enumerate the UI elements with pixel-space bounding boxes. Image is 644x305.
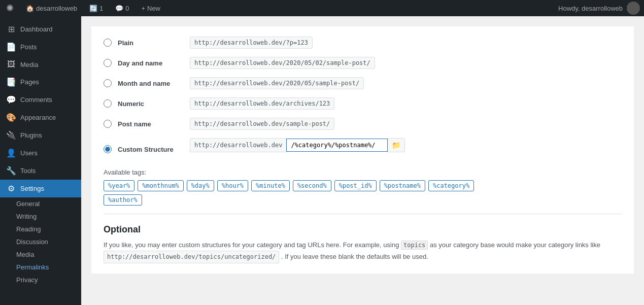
url-plain: http://desarrolloweb.dev/?p=123 [190, 37, 313, 49]
permalink-option-day-name: Day and name http://desarrolloweb.dev/20… [104, 57, 622, 69]
home-icon: 🏠 [26, 5, 34, 12]
topics-code: topics [401, 241, 428, 250]
custom-structure-btn[interactable]: 📁 [388, 138, 405, 152]
radio-custom[interactable] [104, 145, 112, 153]
custom-structure-input-row: http://desarrolloweb.dev 📁 [190, 138, 405, 152]
label-month-name[interactable]: Month and name [118, 80, 184, 87]
sidebar-label-posts: Posts [20, 43, 37, 51]
submenu-item-permalinks[interactable]: Permalinks [0, 261, 81, 274]
custom-structure-input[interactable] [286, 139, 388, 152]
sidebar-label-users: Users [20, 149, 38, 157]
plus-icon: + [141, 5, 145, 12]
custom-url-prefix: http://desarrolloweb.dev [190, 138, 286, 152]
wp-logo[interactable]: ✺ [4, 3, 16, 14]
optional-section: Optional If you like, you may enter cust… [104, 224, 622, 263]
submenu-item-reading[interactable]: Reading [0, 223, 81, 235]
tag-category[interactable]: %category% [428, 180, 474, 191]
permalink-option-plain: Plain http://desarrolloweb.dev/?p=123 [104, 37, 622, 49]
sidebar-item-settings[interactable]: ⚙ Settings [0, 180, 81, 197]
label-custom[interactable]: Custom Structure [118, 146, 184, 153]
dashboard-icon: ⊞ [6, 24, 16, 34]
posts-icon: 📄 [6, 42, 16, 52]
user-avatar[interactable] [627, 2, 640, 15]
label-post-name[interactable]: Post name [118, 120, 184, 128]
sidebar-label-settings: Settings [20, 185, 44, 192]
divider [104, 214, 622, 214]
sidebar-label-tools: Tools [20, 167, 36, 175]
label-numeric[interactable]: Numeric [118, 100, 184, 108]
optional-desc-part1: If you like, you may enter custom struct… [104, 241, 399, 249]
submenu-item-discussion[interactable]: Discussion [0, 235, 81, 248]
sidebar-label-comments: Comments [20, 96, 52, 104]
sidebar-item-posts[interactable]: 📄 Posts [0, 38, 81, 56]
tools-icon: 🔧 [6, 166, 16, 176]
admin-sidebar: ⊞ Dashboard 📄 Posts 🖼 Media 📑 Pages 💬 Co… [0, 16, 81, 305]
sidebar-item-tools[interactable]: 🔧 Tools [0, 162, 81, 180]
permalink-option-custom: Custom Structure http://desarrolloweb.de… [104, 138, 622, 160]
tag-monthnum[interactable]: %monthnum% [138, 180, 183, 191]
tag-post-id[interactable]: %post_id% [334, 180, 377, 191]
optional-title: Optional [104, 224, 622, 235]
sidebar-item-appearance[interactable]: 🎨 Appearance [0, 109, 81, 126]
sidebar-label-media: Media [20, 61, 38, 69]
sidebar-item-pages[interactable]: 📑 Pages [0, 73, 81, 91]
sidebar-item-users[interactable]: 👤 Users [0, 144, 81, 162]
updates-link[interactable]: 🔄 1 [87, 5, 105, 12]
updates-icon: 🔄 [89, 5, 97, 12]
url-post-name: http://desarrolloweb.dev/sample-post/ [190, 118, 334, 130]
permalink-option-month-name: Month and name http://desarrolloweb.dev/… [104, 77, 622, 89]
label-plain[interactable]: Plain [118, 39, 184, 47]
media-icon: 🖼 [6, 60, 16, 69]
example-url: http://desarrolloweb.dev/topics/uncatego… [104, 251, 279, 263]
tag-day[interactable]: %day% [187, 180, 214, 191]
sidebar-item-plugins[interactable]: 🔌 Plugins [0, 126, 81, 144]
optional-desc-part3: . If you leave these blank the defaults … [281, 253, 428, 260]
optional-desc-part2: as your category base would make your ca… [430, 241, 600, 249]
main-content: Plain http://desarrolloweb.dev/?p=123 Da… [81, 16, 644, 305]
settings-icon: ⚙ [6, 184, 16, 193]
url-day-name: http://desarrolloweb.dev/2020/05/02/samp… [190, 57, 375, 69]
label-day-name[interactable]: Day and name [118, 59, 184, 67]
appearance-icon: 🎨 [6, 113, 16, 122]
admin-bar: ✺ 🏠 desarrolloweb 🔄 1 💬 0 + New Howdy, d… [0, 0, 644, 16]
permalink-option-post-name: Post name http://desarrolloweb.dev/sampl… [104, 118, 622, 130]
settings-submenu: General Writing Reading Discussion Media… [0, 197, 81, 286]
howdy-text: Howdy, desarrolloweb [558, 5, 623, 12]
tag-hour[interactable]: %hour% [217, 180, 248, 191]
new-content-link[interactable]: + New [139, 5, 162, 12]
optional-description: If you like, you may enter custom struct… [104, 240, 622, 263]
comments-icon: 💬 [115, 5, 123, 12]
comments-link[interactable]: 💬 0 [113, 5, 131, 12]
radio-day-name[interactable] [104, 59, 112, 67]
pages-icon: 📑 [6, 77, 16, 87]
sidebar-label-dashboard: Dashboard [20, 25, 53, 33]
sidebar-label-pages: Pages [20, 78, 39, 86]
available-tags-label: Available tags: [104, 168, 622, 176]
plugins-icon: 🔌 [6, 130, 16, 140]
settings-wrap: Plain http://desarrolloweb.dev/?p=123 Da… [91, 26, 634, 274]
tag-postname[interactable]: %postname% [380, 180, 425, 191]
radio-numeric[interactable] [104, 99, 112, 108]
site-name-link[interactable]: 🏠 desarrolloweb [24, 5, 79, 12]
submenu-item-writing[interactable]: Writing [0, 210, 81, 223]
tag-author[interactable]: %author% [104, 194, 142, 206]
tag-minute[interactable]: %minute% [251, 180, 290, 191]
sidebar-label-plugins: Plugins [20, 131, 42, 139]
sidebar-item-dashboard[interactable]: ⊞ Dashboard [0, 20, 81, 38]
users-icon: 👤 [6, 148, 16, 158]
sidebar-item-media[interactable]: 🖼 Media [0, 56, 81, 73]
sidebar-label-appearance: Appearance [20, 114, 56, 121]
available-tags-section: Available tags: %year% %monthnum% %day% … [104, 168, 622, 206]
tag-year[interactable]: %year% [104, 180, 134, 191]
url-month-name: http://desarrolloweb.dev/2020/05/sample-… [190, 77, 364, 89]
sidebar-item-comments[interactable]: 💬 Comments [0, 91, 81, 109]
radio-plain[interactable] [104, 39, 112, 47]
submenu-item-general[interactable]: General [0, 197, 81, 210]
tag-second[interactable]: %second% [293, 180, 331, 191]
comments-menu-icon: 💬 [6, 95, 16, 105]
url-numeric: http://desarrolloweb.dev/archives/123 [190, 97, 334, 110]
radio-post-name[interactable] [104, 120, 112, 128]
submenu-item-privacy[interactable]: Privacy [0, 274, 81, 286]
radio-month-name[interactable] [104, 79, 112, 87]
submenu-item-media[interactable]: Media [0, 248, 81, 261]
